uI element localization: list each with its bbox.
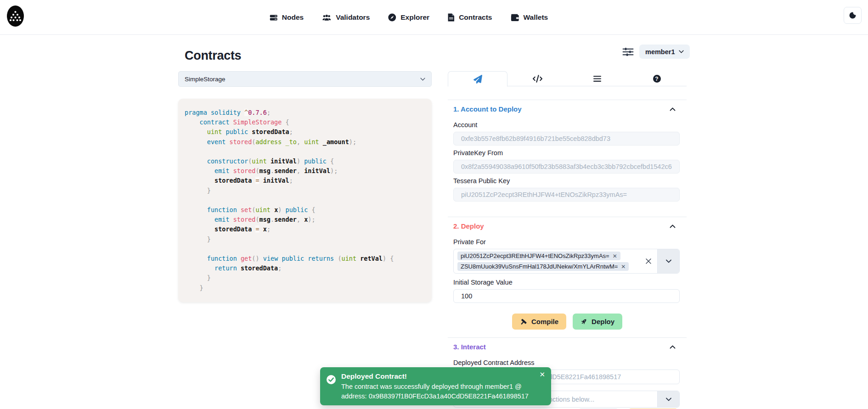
tab-help[interactable]: ? [627,71,687,86]
deploy-button-label: Deploy [592,318,614,325]
tab-deploy[interactable] [448,71,507,87]
tessera-key-label: Tessera Public Key [453,177,680,185]
private-for-tags: piU2051ZcP2ecpt3REthHJFW4+tENOsZikRpz33y… [454,249,640,273]
main-nav: Nodes Validators Explorer [270,0,548,35]
section-deploy-header[interactable]: 2. Deploy [448,217,687,235]
nav-item-contracts[interactable]: Contracts [448,13,492,22]
private-for-multiselect[interactable]: piU2051ZcP2ecpt3REthHJFW4+tENOsZikRpz33y… [453,249,680,274]
list-icon [593,75,601,82]
private-for-tag: piU2051ZcP2ecpt3REthHJFW4+tENOsZikRpz33y… [457,252,620,260]
chevron-up-icon [670,107,676,111]
nav-label: Validators [336,13,370,22]
hammer-icon [520,318,527,325]
chevron-up-icon [670,224,676,228]
deploy-panel-tabs: ? [448,71,687,86]
file-contract-icon [448,13,455,22]
chevron-down-icon [666,259,671,263]
toast-title: Deployed Contract! [341,372,407,381]
compass-icon [388,13,396,22]
nav-label: Nodes [282,13,304,22]
nav-item-nodes[interactable]: Nodes [270,13,304,22]
account-label: Account [453,121,680,129]
section-account-header[interactable]: 1. Account to Deploy [448,100,687,118]
nav-item-explorer[interactable]: Explorer [388,13,429,22]
chevron-up-icon [670,345,676,349]
deploy-button[interactable]: Deploy [573,314,622,330]
top-navbar: Nodes Validators Explorer [0,0,868,35]
tag-remove-icon[interactable]: ✕ [613,253,617,259]
compile-button-label: Compile [531,318,558,325]
users-icon [322,14,332,22]
wallet-icon [511,14,519,22]
section-interact-header[interactable]: 3. Interact [448,338,687,355]
tab-source-code[interactable] [507,71,567,86]
tab-logs[interactable] [567,71,627,86]
dark-mode-toggle[interactable] [844,7,862,24]
privatekey-input[interactable] [453,160,680,174]
page-title: Contracts [185,49,241,63]
chevron-down-icon [679,50,684,53]
tessera-key-input[interactable] [453,188,680,202]
solidity-code: pragma solidity ^0.7.6; contract SimpleS… [185,108,425,293]
deployed-address-label: Deployed Contract Address [453,359,680,366]
paper-plane-icon [473,75,482,84]
nav-label: Explorer [400,13,429,22]
code-icon [533,75,542,83]
sliders-icon[interactable] [622,47,634,57]
multiselect-clear-button[interactable] [640,249,657,273]
moon-icon [849,11,857,19]
function-select-dropdown-button[interactable] [658,391,679,407]
section-account-title: 1. Account to Deploy [453,105,522,113]
nav-item-wallets[interactable]: Wallets [511,13,548,22]
chevron-down-icon [420,78,425,81]
quorum-dots-logo [7,6,24,27]
private-for-label: Private For [453,238,680,246]
section-interact-title: 3. Interact [453,343,486,351]
initial-storage-label: Initial Storage Value [453,279,680,286]
app-canvas: Nodes Validators Explorer [0,0,868,409]
tag-value: piU2051ZcP2ecpt3REthHJFW4+tENOsZikRpz33y… [461,252,609,259]
close-icon [645,258,652,264]
contract-select[interactable]: SimpleStorage [178,71,432,87]
rocket-icon [581,318,587,325]
contract-source-card: pragma solidity ^0.7.6; contract SimpleS… [178,99,432,302]
account-input[interactable] [453,132,680,146]
nav-label: Wallets [524,13,548,22]
nav-label: Contracts [459,13,492,22]
section-account-to-deploy: 1. Account to Deploy Account PrivateKey … [448,100,687,212]
initial-storage-input[interactable] [453,289,680,303]
tag-remove-icon[interactable]: ✕ [621,263,626,270]
success-toast: Deployed Contract! The contract was succ… [320,367,551,405]
server-icon [270,14,278,22]
section-deploy-title: 2. Deploy [453,222,484,230]
multiselect-dropdown-button[interactable] [658,249,679,273]
toast-close-icon[interactable]: ✕ [539,371,545,378]
compile-button[interactable]: Compile [512,314,566,330]
privatekey-label: PrivateKey From [453,149,680,157]
nav-item-validators[interactable]: Validators [322,13,370,22]
section-deploy: 2. Deploy Private For piU2051ZcP2ecpt3RE… [448,217,687,338]
deploy-actions: Compile Deploy [448,314,687,330]
contract-select-value: SimpleStorage [185,76,225,83]
chevron-down-icon [666,398,671,401]
check-circle-icon [326,375,336,385]
tag-value: ZSU8mUuok39VuSnsFmHal178JdUNekw/XmYLArRn… [461,263,618,270]
toast-message: The contract was successfully deployed t… [341,382,539,401]
private-for-tag: ZSU8mUuok39VuSnsFmHal178JdUNekw/XmYLArRn… [457,262,629,271]
member-selector-button[interactable]: member1 [639,45,690,59]
member-selector-value: member1 [645,48,675,56]
question-circle-icon: ? [653,75,661,83]
